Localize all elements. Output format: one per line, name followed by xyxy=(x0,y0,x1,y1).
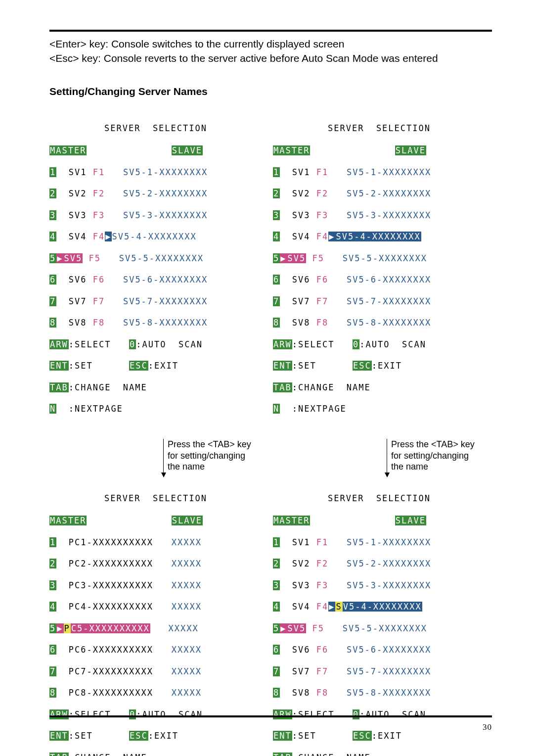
subheading: Setting/Changing Server Names xyxy=(49,86,492,97)
sel-row: SV5 xyxy=(64,253,83,263)
osd-slave-bottom: SERVER SELECTION MASTER SLAVE 1 SV1 F1 S… xyxy=(273,481,486,756)
osd-title: SERVER SELECTION xyxy=(49,122,262,135)
tab-note-left: Press the <TAB> key for setting/changing… xyxy=(163,439,262,472)
osd-master-top: SERVER SELECTION MASTER SLAVE 1 SV1 F1 S… xyxy=(49,111,262,436)
intro-line-2: <Esc> key: Console reverts to the server… xyxy=(49,51,492,65)
screens-grid: SERVER SELECTION MASTER SLAVE 1 SV1 F1 S… xyxy=(49,111,492,756)
intro-line-1: <Enter> key: Console switches to the cur… xyxy=(49,37,492,51)
hdr-slave: SLAVE xyxy=(172,145,203,155)
page-number: 30 xyxy=(49,722,492,732)
slave-col: SERVER SELECTION MASTER SLAVE 1 SV1 F1 S… xyxy=(273,111,486,756)
osd-slave-top: SERVER SELECTION MASTER SLAVE 1 SV1 F1 S… xyxy=(273,111,486,436)
top-rule xyxy=(49,30,492,32)
tab-note-right: Press the <TAB> key for setting/changing… xyxy=(387,439,486,472)
osd-master-bottom: SERVER SELECTION MASTER SLAVE 1 PC1-XXXX… xyxy=(49,481,262,756)
hdr-master: MASTER xyxy=(49,145,87,155)
bottom-rule xyxy=(49,715,492,717)
edit-row: C5-XXXXXXXXXX xyxy=(71,623,150,633)
master-col: SERVER SELECTION MASTER SLAVE 1 SV1 F1 S… xyxy=(49,111,262,756)
